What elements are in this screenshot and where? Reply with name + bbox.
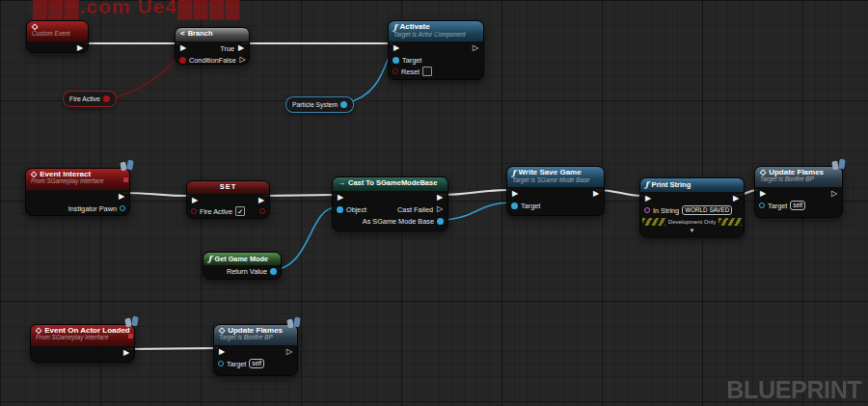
- node-subtitle: Target is SGame Mode Base: [512, 177, 599, 184]
- pin-label-target: Target: [768, 202, 787, 210]
- object-pin[interactable]: [337, 206, 343, 213]
- pin-label-condition: Condition: [189, 56, 219, 65]
- pin-label-target: Target: [227, 360, 246, 368]
- bool-out-pin[interactable]: [103, 95, 110, 102]
- node-subtitle: From SGameplay Interface: [31, 178, 124, 185]
- branch-icon: [180, 30, 185, 38]
- pin-label-as-sgamemodebase: As SGame Mode Base: [363, 217, 434, 226]
- expand-chevron-icon[interactable]: ▼: [640, 228, 744, 234]
- exec-in-pin[interactable]: [218, 348, 226, 356]
- node-header: Write Save Game Target is SGame Mode Bas…: [507, 167, 604, 187]
- exec-out-pin[interactable]: [732, 195, 740, 203]
- pin-label-target: Target: [521, 202, 540, 210]
- node-write-save-game[interactable]: Write Save Game Target is SGame Mode Bas…: [506, 166, 605, 216]
- object-out-pin[interactable]: [340, 101, 347, 108]
- development-only-banner: Development Only: [642, 217, 742, 227]
- exec-in-pin[interactable]: [511, 190, 519, 198]
- exec-out-pin[interactable]: [122, 349, 130, 357]
- node-header: Cast To SGameModeBase: [333, 177, 448, 191]
- variable-label: Fire Active: [69, 95, 100, 102]
- exec-in-pin[interactable]: [191, 197, 199, 204]
- wire-exec-interact-set: [123, 193, 190, 196]
- node-custom-event[interactable]: Custom Event: [26, 20, 89, 53]
- node-header: Print String: [640, 178, 744, 192]
- value-out-pin[interactable]: [259, 208, 265, 214]
- reset-checkbox[interactable]: [422, 67, 432, 76]
- node-title: Get Game Mode: [214, 256, 268, 263]
- node-subtitle: Target is Actor Component: [393, 32, 478, 39]
- exec-in-pin[interactable]: [393, 44, 400, 52]
- cast-failed-pin[interactable]: [436, 205, 444, 213]
- red-watermark-text: ▓▓▓.com Ue4▓▓▓▓: [33, 0, 241, 18]
- value-in-pin[interactable]: [191, 208, 197, 214]
- target-self-value[interactable]: self: [790, 201, 805, 210]
- exec-out-pin[interactable]: [285, 348, 293, 356]
- exec-in-pin[interactable]: [337, 194, 344, 202]
- exec-out-pin[interactable]: [258, 197, 265, 204]
- node-update-flames-bottom[interactable]: Update Flames Target is Bonfire BP Targe…: [213, 324, 298, 376]
- node-activate[interactable]: Activate Target is Actor Component Targe…: [388, 20, 484, 80]
- exec-out-pin[interactable]: [830, 190, 838, 198]
- node-event-interact[interactable]: Event Interact From SGameplay Interface …: [25, 168, 130, 216]
- node-branch[interactable]: Branch True Condition False: [175, 27, 250, 65]
- variable-get-fire-active[interactable]: Fire Active: [63, 91, 117, 107]
- value-checkbox[interactable]: [235, 206, 245, 216]
- node-header: Update Flames Target is Bonfire BP: [214, 325, 297, 345]
- variable-label: Particle System: [292, 101, 338, 108]
- wire-bool-fireactive-condition: [115, 58, 178, 97]
- node-get-game-mode[interactable]: Get Game Mode Return Value: [203, 252, 282, 280]
- exec-in-pin[interactable]: [759, 190, 767, 198]
- exec-out-pin[interactable]: [592, 190, 600, 198]
- target-self-value[interactable]: self: [249, 359, 264, 368]
- function-icon: [645, 180, 648, 189]
- as-sgamemodebase-pin[interactable]: [437, 218, 444, 225]
- in-string-value[interactable]: WORLD SAVED: [682, 205, 732, 215]
- pin-label-in-string: In String: [653, 206, 679, 215]
- false-exec-pin[interactable]: [239, 56, 247, 64]
- node-subtitle: From SGameplay Interface: [36, 335, 129, 341]
- target-pin[interactable]: [393, 57, 399, 64]
- node-corner-marker: [128, 334, 133, 338]
- return-value-pin[interactable]: [270, 268, 277, 275]
- node-update-flames-right[interactable]: Update Flames Target is Bonfire BP Targe…: [754, 166, 843, 218]
- wire-object-cast-write: [440, 203, 510, 220]
- target-pin[interactable]: [218, 361, 224, 366]
- hazard-stripe-left: [642, 218, 665, 226]
- node-title: SET: [220, 183, 237, 191]
- node-subtitle: Target is Bonfire BP: [219, 335, 292, 341]
- target-pin[interactable]: [511, 203, 518, 209]
- node-header: Custom Event: [27, 21, 88, 41]
- blueprint-canvas[interactable]: Custom Event Branch True Condition False…: [0, 0, 868, 406]
- instigator-pawn-pin[interactable]: [120, 205, 125, 211]
- variable-get-particle-system[interactable]: Particle System: [285, 96, 354, 113]
- in-string-pin[interactable]: [644, 207, 650, 213]
- exec-out-pin[interactable]: [118, 193, 125, 201]
- node-print-string[interactable]: Print String In StringWORLD SAVED Develo…: [639, 177, 745, 237]
- node-subtitle: Custom Event: [32, 31, 83, 38]
- node-header: Event On Actor Loaded From SGameplay Int…: [31, 325, 134, 346]
- node-header: Get Game Mode: [203, 253, 281, 265]
- target-pin[interactable]: [759, 203, 765, 208]
- exec-in-pin[interactable]: [644, 195, 652, 203]
- node-header: Update Flames Target is Bonfire BP: [755, 167, 842, 187]
- exec-in-pin[interactable]: [179, 44, 187, 52]
- exec-out-pin[interactable]: [436, 194, 444, 202]
- blueprint-interface-icon: [124, 316, 140, 329]
- node-event-on-actor-loaded[interactable]: Event On Actor Loaded From SGameplay Int…: [30, 324, 135, 363]
- condition-pin[interactable]: [179, 57, 186, 64]
- exec-out-pin[interactable]: [472, 44, 479, 52]
- node-cast-to-sgamemodebase[interactable]: Cast To SGameModeBase Object Cast Failed…: [332, 176, 448, 231]
- cast-icon: [338, 179, 345, 187]
- pin-label-instigator-pawn: Instigator Pawn: [68, 204, 117, 213]
- node-title: Branch: [188, 30, 213, 38]
- true-exec-pin[interactable]: [237, 44, 245, 52]
- node-title: Cast To SGameModeBase: [348, 179, 437, 187]
- wire-exec-set-cast: [262, 195, 336, 196]
- exec-out-pin[interactable]: [76, 44, 84, 52]
- node-set-fire-active[interactable]: SET Fire Active: [186, 180, 270, 219]
- node-header: SET: [187, 181, 269, 194]
- reset-pin[interactable]: [393, 68, 398, 74]
- node-title: Print String: [651, 181, 691, 189]
- development-only-label: Development Only: [665, 219, 719, 225]
- pin-label-cast-failed: Cast Failed: [397, 205, 433, 214]
